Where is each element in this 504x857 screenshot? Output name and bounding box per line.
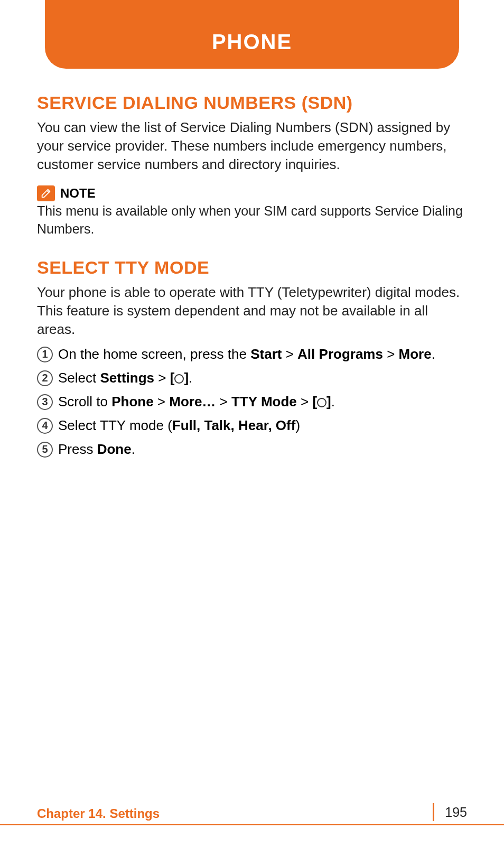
content: SERVICE DIALING NUMBERS (SDN) You can vi… xyxy=(37,0,467,459)
footer: Chapter 14. Settings 195 xyxy=(0,803,504,825)
t: . xyxy=(132,441,135,457)
t: Done xyxy=(97,441,132,457)
t: . xyxy=(189,370,192,386)
footer-rule xyxy=(0,824,504,825)
circle-icon xyxy=(174,374,184,384)
note-text: This menu is available only when your SI… xyxy=(37,202,467,238)
t: . xyxy=(432,346,435,362)
note-header: NOTE xyxy=(37,185,467,201)
t: Phone xyxy=(111,394,153,409)
section-heading-sdn: SERVICE DIALING NUMBERS (SDN) xyxy=(37,92,467,113)
t: > xyxy=(383,346,399,362)
t: Full, Talk, Hear, Off xyxy=(172,417,296,433)
t: > xyxy=(154,370,170,386)
step-number-icon: 3 xyxy=(37,394,53,410)
chapter-label: Chapter 14. Settings xyxy=(37,806,160,821)
t: More xyxy=(399,346,432,362)
t: [ xyxy=(170,370,175,386)
step-text: Press Done. xyxy=(58,440,135,459)
page-number-wrap: 195 xyxy=(433,803,467,821)
step-5: 5 Press Done. xyxy=(37,440,467,459)
t: More… xyxy=(169,394,216,409)
t: > xyxy=(216,394,231,409)
note-label: NOTE xyxy=(60,186,96,201)
page-divider xyxy=(433,803,434,821)
t: All Programs xyxy=(297,346,383,362)
step-4: 4 Select TTY mode (Full, Talk, Hear, Off… xyxy=(37,416,467,435)
t: On the home screen, press the xyxy=(58,346,250,362)
t: Press xyxy=(58,441,97,457)
header-title: PHONE xyxy=(212,30,292,54)
step-text: Select TTY mode (Full, Talk, Hear, Off) xyxy=(58,416,300,435)
t: > xyxy=(297,394,313,409)
section-heading-tty: SELECT TTY MODE xyxy=(37,257,467,278)
step-text: Select Settings > []. xyxy=(58,369,192,387)
step-2: 2 Select Settings > []. xyxy=(37,369,467,387)
step-text: Scroll to Phone > More… > TTY Mode > []. xyxy=(58,393,335,411)
t: > xyxy=(282,346,297,362)
step-3: 3 Scroll to Phone > More… > TTY Mode > [… xyxy=(37,393,467,411)
t: Start xyxy=(250,346,282,362)
sdn-body: You can view the list of Service Dialing… xyxy=(37,118,467,174)
step-1: 1 On the home screen, press the Start > … xyxy=(37,345,467,364)
t: ] xyxy=(184,370,189,386)
step-number-icon: 5 xyxy=(37,442,53,458)
t: ] xyxy=(326,394,331,409)
step-number-icon: 4 xyxy=(37,418,53,434)
step-number-icon: 2 xyxy=(37,370,53,386)
t: [ xyxy=(312,394,317,409)
step-number-icon: 1 xyxy=(37,347,53,362)
t: TTY Mode xyxy=(231,394,297,409)
pencil-note-icon xyxy=(37,185,55,201)
t: ) xyxy=(295,417,300,433)
t: Settings xyxy=(100,370,155,386)
note-block: NOTE This menu is available only when yo… xyxy=(37,185,467,238)
t: Select TTY mode ( xyxy=(58,417,172,433)
header-tab: PHONE xyxy=(45,0,459,69)
t: Scroll to xyxy=(58,394,111,409)
steps-list: 1 On the home screen, press the Start > … xyxy=(37,345,467,459)
page-number: 195 xyxy=(445,805,467,820)
t: . xyxy=(331,394,335,409)
footer-line: Chapter 14. Settings 195 xyxy=(0,803,504,824)
t: > xyxy=(154,394,170,409)
tty-body: Your phone is able to operate with TTY (… xyxy=(37,283,467,339)
page: PHONE SERVICE DIALING NUMBERS (SDN) You … xyxy=(0,0,504,857)
t: Select xyxy=(58,370,100,386)
step-text: On the home screen, press the Start > Al… xyxy=(58,345,435,364)
circle-icon xyxy=(317,398,326,407)
